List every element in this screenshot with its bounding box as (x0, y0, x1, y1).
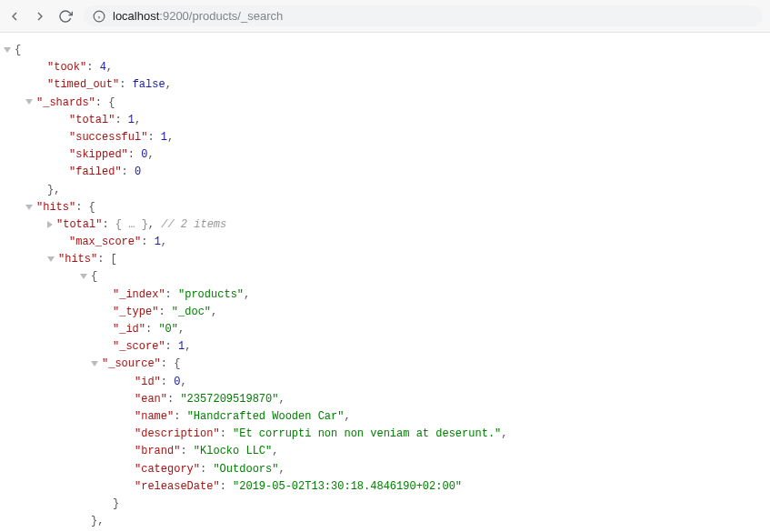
back-button[interactable] (7, 9, 22, 24)
browser-toolbar: localhost:9200/products/_search (0, 0, 770, 33)
forward-button[interactable] (33, 9, 47, 24)
reload-button[interactable] (58, 9, 73, 24)
toggle-icon[interactable] (47, 256, 55, 262)
toggle-icon[interactable] (25, 205, 33, 210)
toggle-icon[interactable] (25, 99, 33, 105)
toggle-icon[interactable] (80, 274, 87, 279)
url-text: localhost:9200/products/_search (113, 9, 283, 23)
address-bar[interactable]: localhost:9200/products/_search (84, 5, 763, 26)
toggle-icon[interactable] (47, 221, 53, 228)
json-viewer: { "took": 4, "timed_out": false, "_shard… (0, 33, 770, 532)
toggle-icon[interactable] (91, 361, 98, 366)
info-icon (93, 10, 105, 23)
toggle-icon[interactable] (4, 47, 11, 53)
